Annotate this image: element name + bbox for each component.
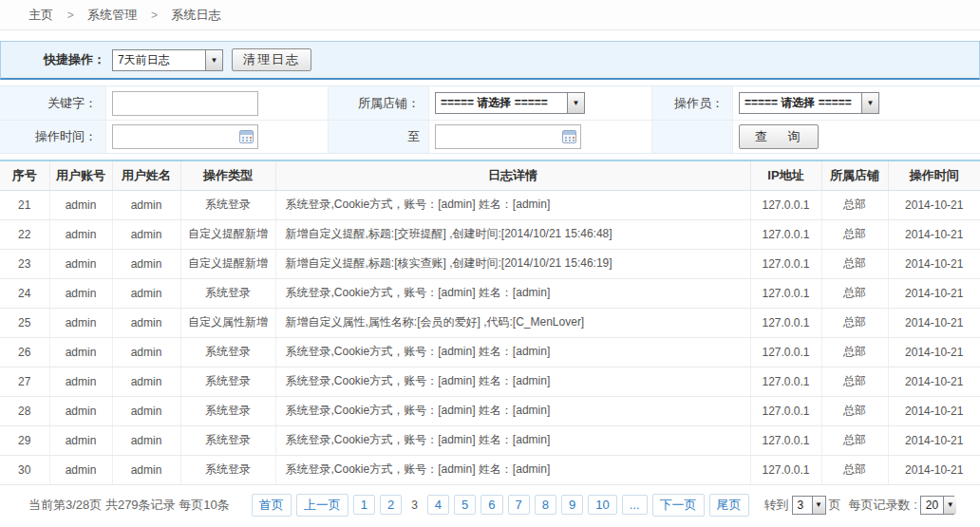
goto-page-select[interactable]: 3 ▼ — [792, 496, 826, 515]
cell-time: 2014-10-21 — [888, 425, 980, 455]
calendar-icon[interactable] — [239, 130, 254, 143]
page-number-button[interactable]: 2 — [380, 495, 402, 515]
time-from-cell — [106, 121, 328, 153]
operator-select[interactable]: ===== 请选择 ===== ▼ — [739, 92, 879, 114]
prev-page-button[interactable]: 上一页 — [296, 494, 349, 517]
cell-shop: 总部 — [821, 308, 888, 337]
operator-select-value: ===== 请选择 ===== — [740, 95, 857, 111]
filter-empty-label — [651, 121, 733, 153]
cell-time: 2014-10-21 — [888, 367, 980, 396]
shop-label: 所属店铺： — [328, 86, 429, 120]
time-to-input[interactable] — [435, 124, 581, 149]
operation-time-label: 操作时间： — [0, 121, 106, 153]
table-row: 26adminadmin系统登录系统登录,Cookie方式，账号：[admin]… — [0, 337, 980, 367]
cell-shop: 总部 — [821, 219, 888, 249]
chevron-down-icon: ▼ — [861, 93, 878, 113]
cell-no: 22 — [0, 219, 49, 249]
calendar-icon[interactable] — [562, 130, 576, 143]
next-page-button[interactable]: 下一页 — [652, 494, 705, 517]
table-row: 21adminadmin系统登录系统登录,Cookie方式，账号：[admin]… — [0, 190, 980, 219]
cell-no: 30 — [0, 455, 49, 484]
clear-log-button[interactable]: 清理日志 — [232, 48, 311, 71]
keyword-cell — [106, 86, 328, 120]
page-size-select[interactable]: 20 ▼ — [920, 496, 954, 515]
cell-ip: 127.0.0.1 — [750, 396, 821, 425]
cell-detail: 新增自定义提醒,标题:[交班提醒] ,创建时间:[2014/10/21 15:4… — [275, 219, 750, 249]
cell-name: admin — [112, 367, 180, 396]
cell-ip: 127.0.0.1 — [750, 249, 821, 278]
cell-name: admin — [112, 396, 180, 425]
cell-shop: 总部 — [821, 249, 888, 278]
page-number-button[interactable]: 8 — [535, 495, 556, 515]
cell-account: admin — [49, 396, 112, 425]
page-number-button[interactable]: 6 — [481, 495, 502, 515]
cell-detail: 系统登录,Cookie方式，账号：[admin] 姓名：[admin] — [275, 455, 750, 484]
cell-account: admin — [49, 425, 112, 455]
time-from-input[interactable] — [112, 124, 258, 149]
table-footer: 当前第3/28页 共279条记录 每页10条 首页 上一页 1234567891… — [0, 494, 980, 517]
cell-no: 27 — [0, 367, 49, 396]
operator-cell: ===== 请选择 ===== ▼ — [733, 86, 980, 120]
goto-label: 转到 — [764, 497, 789, 514]
page-number-button[interactable]: 5 — [454, 495, 476, 515]
operator-label: 操作员： — [651, 86, 733, 120]
cell-name: admin — [112, 425, 180, 455]
page-number-button[interactable]: 1 — [353, 495, 375, 515]
cell-time: 2014-10-21 — [888, 190, 980, 219]
cell-shop: 总部 — [821, 337, 888, 367]
current-page-indicator: 3 — [406, 496, 423, 515]
cell-detail: 系统登录,Cookie方式，账号：[admin] 姓名：[admin] — [275, 337, 750, 367]
header-account: 用户账号 — [49, 160, 112, 190]
log-age-select[interactable]: 7天前日志 ▼ — [112, 49, 223, 71]
keyword-input[interactable] — [112, 91, 258, 116]
breadcrumb-system-management[interactable]: 系统管理 — [87, 8, 137, 22]
cell-ip: 127.0.0.1 — [750, 219, 821, 249]
cell-name: admin — [112, 219, 180, 249]
last-page-button[interactable]: 尾页 — [709, 494, 749, 517]
page-number-button[interactable]: 10 — [588, 495, 616, 515]
cell-name: admin — [112, 337, 180, 367]
breadcrumb-separator-icon: > — [151, 9, 158, 22]
keyword-label: 关键字： — [0, 86, 106, 120]
table-row: 24adminadmin系统登录系统登录,Cookie方式，账号：[admin]… — [0, 278, 980, 308]
cell-name: admin — [112, 249, 180, 278]
table-row: 29adminadmin系统登录系统登录,Cookie方式，账号：[admin]… — [0, 425, 980, 455]
first-page-button[interactable]: 首页 — [252, 494, 292, 517]
shop-select[interactable]: ===== 请选择 ===== ▼ — [435, 92, 585, 114]
page-number-button[interactable]: 4 — [427, 495, 449, 515]
search-button[interactable]: 查 询 — [739, 124, 819, 149]
cell-ip: 127.0.0.1 — [750, 308, 821, 337]
table-row: 22adminadmin自定义提醒新增新增自定义提醒,标题:[交班提醒] ,创建… — [0, 219, 980, 249]
cell-no: 29 — [0, 425, 49, 455]
table-header-row: 序号 用户账号 用户姓名 操作类型 日志详情 IP地址 所属店铺 操作时间 — [0, 160, 980, 190]
cell-detail: 系统登录,Cookie方式，账号：[admin] 姓名：[admin] — [275, 190, 750, 219]
table-row: 23adminadmin自定义提醒新增新增自定义提醒,标题:[核实查账] ,创建… — [0, 249, 980, 278]
cell-time: 2014-10-21 — [888, 249, 980, 278]
cell-account: admin — [49, 455, 112, 484]
cell-ip: 127.0.0.1 — [750, 278, 821, 308]
time-to-cell — [429, 121, 651, 153]
page-numbers: 12345678910... — [349, 495, 648, 515]
cell-account: admin — [49, 249, 112, 278]
goto-page-select-value: 3 — [793, 499, 809, 512]
cell-no: 23 — [0, 249, 49, 278]
page-size-label: 每页记录数 : — [849, 497, 917, 514]
breadcrumb-separator-icon: > — [67, 9, 74, 22]
page-number-button[interactable]: 7 — [508, 495, 530, 515]
breadcrumb-home[interactable]: 主页 — [28, 8, 53, 22]
cell-type: 系统登录 — [180, 337, 275, 367]
header-no: 序号 — [0, 160, 49, 190]
record-summary: 当前第3/28页 共279条记录 每页10条 — [28, 497, 230, 514]
breadcrumb: 主页 > 系统管理 > 系统日志 — [0, 0, 980, 30]
cell-name: admin — [112, 278, 180, 308]
cell-name: admin — [112, 190, 180, 219]
cell-shop: 总部 — [821, 278, 888, 308]
cell-account: admin — [49, 219, 112, 249]
cell-no: 25 — [0, 308, 49, 337]
cell-no: 24 — [0, 278, 49, 308]
cell-ip: 127.0.0.1 — [750, 190, 821, 219]
page-number-button[interactable]: 9 — [561, 495, 583, 515]
cell-no: 26 — [0, 337, 49, 367]
cell-detail: 系统登录,Cookie方式，账号：[admin] 姓名：[admin] — [275, 367, 750, 396]
cell-account: admin — [49, 337, 112, 367]
